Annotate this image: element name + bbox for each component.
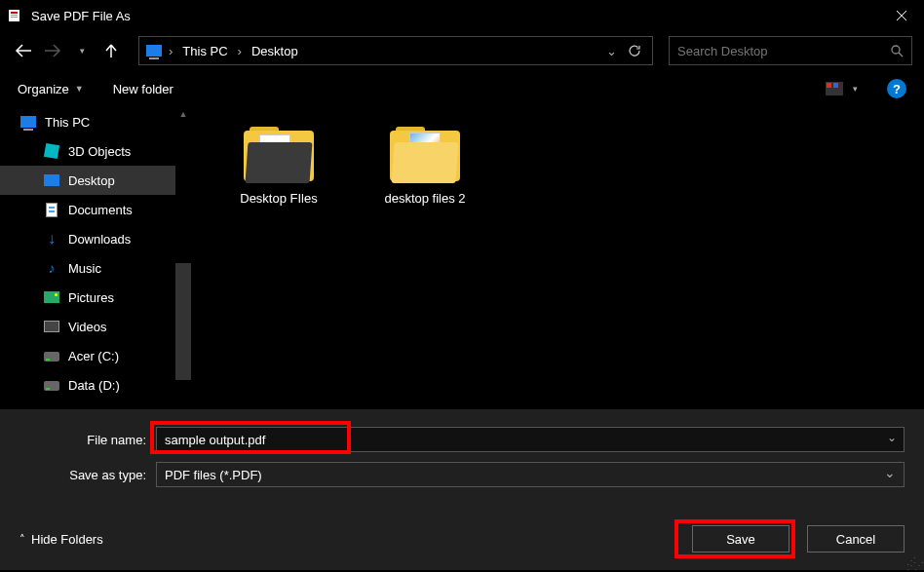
cancel-label: Cancel bbox=[836, 532, 875, 547]
address-dropdown-icon[interactable]: ⌄ bbox=[606, 44, 617, 58]
video-icon bbox=[43, 319, 60, 334]
tree-item-documents[interactable]: Documents bbox=[0, 195, 191, 224]
chevron-down-icon[interactable]: ⌄ bbox=[887, 431, 897, 444]
svg-rect-1 bbox=[11, 12, 18, 14]
hide-folders-button[interactable]: ˄ Hide Folders bbox=[19, 532, 103, 547]
tree-item-videos[interactable]: Videos bbox=[0, 312, 191, 341]
footer-row: ˄ Hide Folders Save Cancel bbox=[19, 519, 905, 558]
filename-input[interactable] bbox=[156, 427, 905, 452]
highlight-save: Save bbox=[674, 519, 795, 558]
cancel-button[interactable]: Cancel bbox=[807, 525, 905, 553]
tree-label: Data (D:) bbox=[68, 378, 120, 393]
save-button[interactable]: Save bbox=[692, 525, 789, 553]
music-icon: ♪ bbox=[43, 260, 60, 276]
tree-label: Acer (C:) bbox=[68, 349, 119, 363]
savetype-select[interactable]: PDF files (*.PDF) bbox=[156, 462, 905, 487]
main-area: This PC 3D Objects Desktop Documents ↓ D… bbox=[0, 107, 924, 409]
chevron-up-icon: ˄ bbox=[19, 533, 25, 546]
forward-button[interactable] bbox=[41, 39, 64, 62]
tree-label: 3D Objects bbox=[68, 144, 131, 159]
cube-icon bbox=[43, 143, 60, 159]
tree-scrollbar[interactable]: ▲ bbox=[175, 107, 191, 409]
folder-label: desktop files 2 bbox=[384, 191, 465, 208]
folder-item[interactable]: Desktop FIles bbox=[220, 127, 337, 208]
new-folder-label: New folder bbox=[113, 82, 173, 96]
desktop-icon bbox=[43, 172, 60, 188]
pc-icon bbox=[19, 114, 37, 130]
document-icon bbox=[43, 202, 60, 217]
svg-rect-3 bbox=[11, 17, 18, 18]
history-chevron-icon[interactable]: ▾ bbox=[70, 39, 94, 62]
tree-item-drive-d[interactable]: Data (D:) bbox=[0, 370, 191, 400]
navigation-tree: This PC 3D Objects Desktop Documents ↓ D… bbox=[0, 107, 191, 409]
folder-label: Desktop FIles bbox=[240, 191, 317, 208]
tree-label: Documents bbox=[68, 203, 133, 217]
organize-label: Organize bbox=[18, 82, 69, 96]
chevron-right-icon: › bbox=[169, 44, 173, 58]
tree-item-desktop[interactable]: Desktop bbox=[0, 166, 191, 195]
organize-button[interactable]: Organize ▼ bbox=[18, 82, 84, 96]
bottom-panel: File name: ⌄ Save as type: PDF files (*.… bbox=[0, 409, 924, 570]
nav-row: ▾ › This PC › Desktop ⌄ bbox=[0, 31, 924, 70]
folder-icon bbox=[244, 127, 314, 183]
savetype-row: Save as type: PDF files (*.PDF) bbox=[19, 462, 905, 487]
tree-item-downloads[interactable]: ↓ Downloads bbox=[0, 224, 191, 253]
search-box[interactable] bbox=[669, 36, 912, 65]
tree-label: This PC bbox=[45, 115, 90, 130]
tree-item-this-pc[interactable]: This PC bbox=[0, 107, 191, 136]
chevron-right-icon: › bbox=[238, 44, 242, 58]
toolbar: Organize ▼ New folder ▾ ? bbox=[0, 70, 924, 107]
close-button[interactable] bbox=[879, 0, 924, 31]
view-options-button[interactable]: ▾ bbox=[826, 82, 858, 95]
search-icon[interactable] bbox=[890, 44, 904, 57]
title-bar: Save PDF File As bbox=[0, 0, 924, 31]
window-title: Save PDF File As bbox=[31, 9, 131, 23]
up-button[interactable] bbox=[99, 39, 123, 62]
breadcrumb-this-pc[interactable]: This PC bbox=[178, 42, 231, 60]
drive-icon bbox=[43, 348, 60, 363]
tree-label: Downloads bbox=[68, 232, 131, 247]
tree-item-3d-objects[interactable]: 3D Objects bbox=[0, 136, 191, 166]
resize-grip-icon[interactable]: ⋰⋰⋰ bbox=[906, 558, 922, 568]
savetype-label: Save as type: bbox=[19, 468, 156, 482]
new-folder-button[interactable]: New folder bbox=[113, 82, 173, 96]
file-list-pane[interactable]: Desktop FIles desktop files 2 bbox=[191, 107, 924, 409]
tree-label: Videos bbox=[68, 320, 107, 334]
tree-item-music[interactable]: ♪ Music bbox=[0, 253, 191, 283]
tree-label: Desktop bbox=[68, 173, 115, 188]
tree-label: Music bbox=[68, 261, 101, 276]
hide-folders-label: Hide Folders bbox=[31, 532, 103, 547]
help-button[interactable]: ? bbox=[887, 79, 906, 98]
chevron-down-icon: ▼ bbox=[75, 84, 84, 94]
refresh-button[interactable] bbox=[623, 39, 646, 62]
chevron-down-icon: ▾ bbox=[853, 84, 858, 94]
breadcrumb-desktop[interactable]: Desktop bbox=[248, 42, 302, 60]
tree-item-pictures[interactable]: Pictures bbox=[0, 283, 191, 312]
svg-rect-2 bbox=[11, 15, 18, 16]
scroll-thumb[interactable] bbox=[175, 263, 191, 380]
filename-label: File name: bbox=[19, 433, 156, 447]
back-button[interactable] bbox=[12, 39, 35, 62]
address-bar[interactable]: › This PC › Desktop ⌄ bbox=[138, 36, 653, 65]
pc-icon bbox=[145, 43, 163, 58]
download-icon: ↓ bbox=[43, 231, 60, 247]
pictures-icon bbox=[43, 289, 60, 305]
view-grid-icon bbox=[826, 82, 843, 95]
search-input[interactable] bbox=[677, 44, 890, 58]
folder-icon bbox=[390, 127, 460, 183]
save-label: Save bbox=[726, 532, 755, 547]
drive-icon bbox=[43, 377, 60, 393]
savetype-value: PDF files (*.PDF) bbox=[165, 468, 262, 482]
app-icon bbox=[8, 8, 23, 23]
tree-label: Pictures bbox=[68, 290, 114, 305]
scroll-up-icon[interactable]: ▲ bbox=[175, 109, 191, 119]
svg-point-4 bbox=[892, 46, 900, 54]
filename-row: File name: ⌄ bbox=[19, 427, 905, 452]
tree-item-drive-c[interactable]: Acer (C:) bbox=[0, 341, 191, 370]
folder-item[interactable]: desktop files 2 bbox=[366, 127, 483, 208]
